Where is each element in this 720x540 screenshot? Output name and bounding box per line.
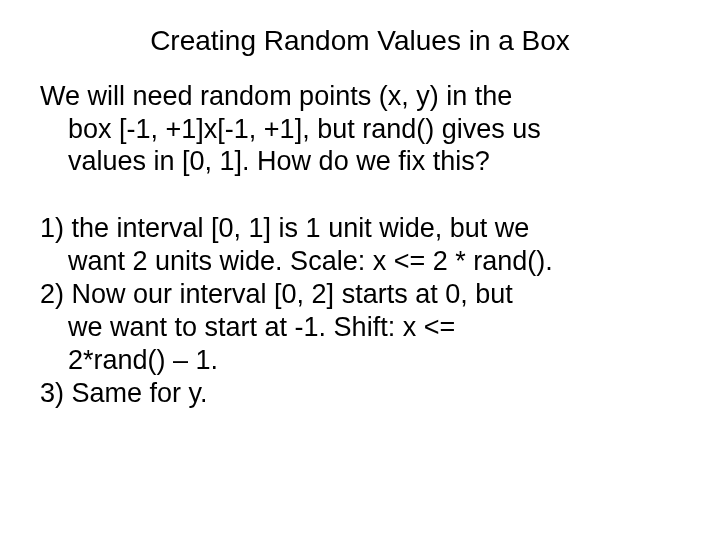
intro-paragraph: We will need random points (x, y) in the… — [40, 80, 680, 179]
list-item-line: 2) Now our interval [0, 2] starts at 0, … — [40, 279, 513, 309]
slide: Creating Random Values in a Box We will … — [0, 0, 720, 540]
steps-list: 1) the interval [0, 1] is 1 unit wide, b… — [40, 212, 680, 410]
slide-title: Creating Random Values in a Box — [40, 24, 680, 58]
intro-line: values in [0, 1]. How do we fix this? — [40, 145, 680, 178]
list-item: 3) Same for y. — [40, 377, 680, 410]
list-item: 2) Now our interval [0, 2] starts at 0, … — [40, 278, 680, 377]
list-item-line: we want to start at -1. Shift: x <= — [40, 311, 680, 344]
list-item-line: 2*rand() – 1. — [40, 344, 680, 377]
list-item-line: want 2 units wide. Scale: x <= 2 * rand(… — [40, 245, 680, 278]
list-item-line: 1) the interval [0, 1] is 1 unit wide, b… — [40, 213, 529, 243]
intro-line: We will need random points (x, y) in the — [40, 81, 512, 111]
intro-line: box [-1, +1]x[-1, +1], but rand() gives … — [40, 113, 680, 146]
list-item: 1) the interval [0, 1] is 1 unit wide, b… — [40, 212, 680, 278]
list-item-line: 3) Same for y. — [40, 378, 208, 408]
